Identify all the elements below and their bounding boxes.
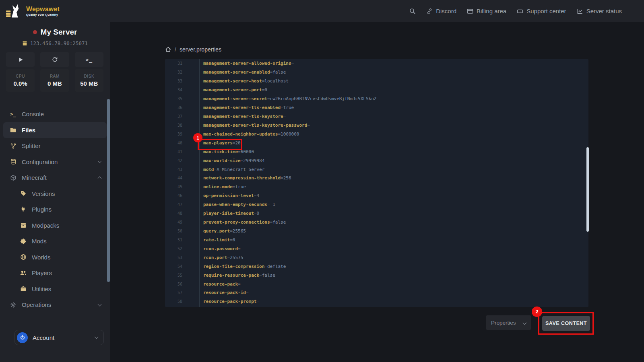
file-type-select[interactable]: Properties: [486, 315, 531, 330]
home-icon[interactable]: [165, 46, 171, 53]
sidebar-item-console[interactable]: >_ Console: [0, 106, 110, 122]
code-text: rcon.password=: [182, 246, 241, 251]
sidebar-item-minecraft[interactable]: Minecraft: [0, 170, 110, 186]
editor-line: 46 op-permission-level=4: [165, 191, 588, 200]
stat-box: CPU 0.0%: [6, 69, 35, 92]
stack-icon: [10, 158, 17, 165]
editor-line: 51 rate-limit=0: [165, 235, 588, 244]
restart-server-button[interactable]: [40, 52, 69, 67]
sidebar-item-splitter[interactable]: Splitter: [0, 138, 110, 154]
open-console-button[interactable]: >_: [75, 52, 103, 67]
start-server-button[interactable]: [6, 52, 35, 67]
editor-line: 39 max-chained-neighbor-updates=1000000: [165, 130, 588, 138]
nav-label: Discord: [436, 8, 456, 14]
line-number: 56: [165, 282, 182, 286]
sidebar-nav: >_ Console Files Splitter Configuration …: [0, 106, 110, 313]
brand-tagline: Quality over Quantity: [26, 13, 60, 16]
annotation-box-max-players: [198, 139, 242, 150]
line-number: 33: [165, 79, 182, 83]
nav-item-billing-area[interactable]: Billing area: [467, 8, 506, 14]
line-number: 34: [165, 88, 182, 92]
line-number: 51: [165, 238, 182, 242]
code-text: resource-pack-prompt=: [182, 299, 259, 304]
editor-line: 44 network-compression-threshold=256: [165, 174, 588, 183]
puzzle-icon: [20, 238, 27, 245]
stat-value: 0.0%: [14, 80, 27, 87]
sidebar-item-label: Minecraft: [22, 174, 47, 181]
stat-value: 50 MB: [80, 80, 98, 87]
editor-line: 34 management-server-port=0: [165, 86, 588, 95]
branch-icon: [10, 143, 17, 149]
sidebar-item-mods[interactable]: Mods: [0, 233, 110, 249]
link-icon: [426, 8, 433, 14]
line-number: 36: [165, 105, 182, 110]
server-controls: >_: [6, 52, 103, 67]
line-number: 32: [165, 70, 182, 74]
search-button[interactable]: [409, 8, 416, 14]
brand-logo[interactable]: Wepwawet Quality over Quantity: [6, 4, 60, 19]
sidebar-item-label: Splitter: [22, 142, 41, 149]
line-number: 43: [165, 167, 182, 172]
sidebar-item-configuration[interactable]: Configuration: [0, 154, 110, 170]
sidebar-item-operations[interactable]: Operations: [0, 297, 110, 313]
tag-icon: [20, 190, 27, 197]
code-text: pause-when-empty-seconds=-1: [182, 202, 275, 207]
sidebar: My Server 123.456.78.90:25071 >_ CPU 0.0…: [0, 22, 110, 362]
line-number: 57: [165, 290, 182, 295]
sidebar-item-worlds[interactable]: Worlds: [0, 249, 110, 265]
editor-line: 49 prevent-proxy-connections=false: [165, 218, 588, 227]
brand-name: Wepwawet: [26, 6, 60, 13]
editor-line: 48 player-idle-timeout=0: [165, 209, 588, 218]
stat-label: RAM: [50, 74, 60, 78]
sidebar-item-versions[interactable]: Versions: [0, 186, 110, 202]
line-number: 45: [165, 185, 182, 189]
sidebar-item-label: Console: [22, 111, 44, 117]
sidebar-item-files[interactable]: Files: [3, 122, 107, 138]
file-type-value: Properties: [491, 320, 516, 326]
annotation-circle-1: 1: [193, 133, 202, 142]
file-editor[interactable]: 31 management-server-allowed-origins= 32…: [165, 59, 588, 307]
line-number: 39: [165, 132, 182, 136]
nav-item-discord[interactable]: Discord: [426, 8, 456, 14]
logo-jackal-icon: [6, 4, 23, 19]
editor-scrollbar[interactable]: [586, 147, 589, 232]
top-navigation: Discord Billing area Support center Serv…: [409, 8, 622, 14]
editor-line: 33 management-server-host=localhost: [165, 77, 588, 86]
sidebar-item-label: Players: [32, 269, 52, 276]
editor-line: 56 resource-pack=: [165, 280, 588, 288]
editor-line: 55 require-resource-pack=false: [165, 271, 588, 280]
stat-box: DISK 50 MB: [75, 69, 103, 92]
line-number: 47: [165, 202, 182, 207]
sidebar-item-modpacks[interactable]: Modpacks: [0, 218, 110, 234]
code-text: require-resource-pack=false: [182, 273, 275, 278]
chevron-down-icon: [95, 335, 99, 339]
credit-card-icon: [467, 8, 473, 14]
chevron-down-icon: [98, 159, 102, 163]
account-label: Account: [33, 334, 54, 341]
chevron-down-icon: [523, 321, 527, 325]
account-menu[interactable]: Account: [14, 330, 104, 345]
nav-item-server-status[interactable]: Server status: [577, 8, 622, 14]
restart-icon: [52, 56, 58, 63]
gutter-divider: [199, 59, 200, 307]
power-icon: [17, 332, 28, 343]
annotation-circle-2: 2: [532, 306, 542, 317]
sidebar-item-plugins[interactable]: Plugins: [0, 202, 110, 218]
chart-icon: [577, 8, 583, 14]
line-number: 31: [165, 61, 182, 66]
line-number: 55: [165, 273, 182, 278]
code-text: management-server-host=localhost: [182, 78, 289, 84]
editor-line: 50 query.port=25565: [165, 227, 588, 236]
code-text: query.port=25565: [182, 228, 246, 234]
globe-icon: [20, 254, 27, 260]
nav-item-support-center[interactable]: Support center: [517, 8, 566, 14]
sidebar-item-utilities[interactable]: Utilities: [0, 281, 110, 297]
line-number: 44: [165, 176, 182, 180]
sidebar-scrollbar[interactable]: [107, 99, 110, 282]
server-rack-icon: [22, 41, 27, 46]
editor-line: 47 pause-when-empty-seconds=-1: [165, 200, 588, 209]
sidebar-item-players[interactable]: Players: [0, 265, 110, 281]
line-number: 50: [165, 229, 182, 233]
folder-icon: [10, 127, 17, 134]
editor-line: 58 resource-pack-prompt=: [165, 297, 588, 306]
